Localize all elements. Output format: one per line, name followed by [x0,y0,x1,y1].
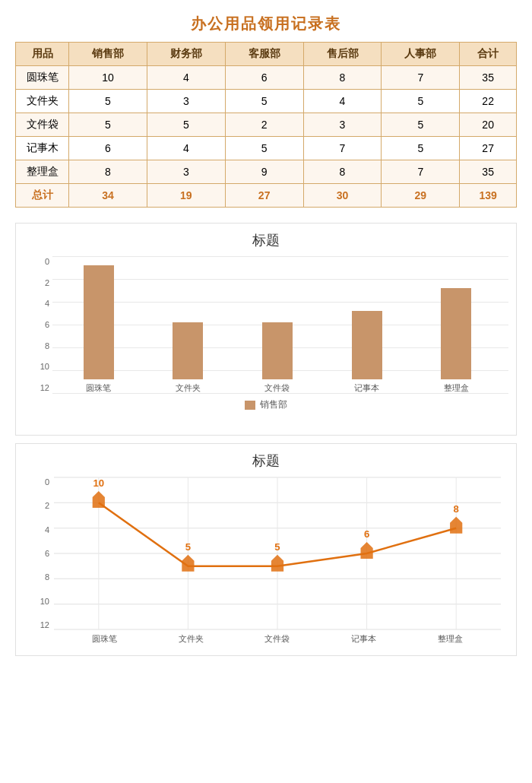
bar-group: 圆珠笔 [54,257,144,394]
svg-marker-12 [93,491,105,508]
table-body: 圆珠笔10468735文件夹5354522文件袋5523520记事木645752… [16,66,517,184]
bar [441,288,471,379]
svg-marker-14 [182,555,194,572]
table-cell-value: 5 [382,113,460,137]
legend-label: 销售部 [260,398,287,411]
bar-x-label: 整理盒 [444,382,469,394]
table-cell-value: 5 [69,113,147,137]
col-header-after: 售后部 [303,43,382,66]
footer-value: 27 [225,184,303,208]
line-chart-title: 标题 [24,452,508,470]
bar [84,265,114,379]
bar-chart-title: 标题 [24,231,508,249]
col-header-customer: 客服部 [225,43,303,66]
line-x-label-2: 文件夹 [148,633,235,645]
table-cell-value: 2 [225,113,303,137]
table-cell-item: 文件夹 [16,90,69,113]
bar-chart-area: 12 10 8 6 4 2 0 圆珠笔文件夹文件袋记事本整理盒 [24,257,508,424]
line-chart-wrapper: 12 10 8 6 4 2 0 [24,477,508,645]
bar-x-label: 圆珠笔 [86,382,111,394]
col-header-total: 合计 [460,43,517,66]
svg-marker-18 [360,542,372,559]
table-cell-value: 9 [225,160,303,184]
table-cell-value: 4 [303,90,382,113]
table-cell-item: 文件袋 [16,113,69,137]
table-cell-value: 5 [225,137,303,160]
table-cell-value: 6 [69,137,147,160]
bar-chart-section: 标题 12 10 8 6 4 2 0 圆珠笔文件夹 [15,223,517,436]
svg-marker-16 [271,555,283,572]
table-cell-value: 5 [69,90,147,113]
bar-group: 整理盒 [411,257,501,394]
line-x-label-3: 文件袋 [234,633,321,645]
table-header-row: 用品 销售部 财务部 客服部 售后部 人事部 合计 [16,43,517,66]
table-cell-item: 记事木 [16,137,69,160]
bar-group: 记事本 [322,257,412,394]
svg-text:6: 6 [364,528,369,540]
table-row: 文件夹5354522 [16,90,517,113]
svg-marker-20 [450,517,462,534]
bar [262,322,293,379]
table-cell-value: 35 [460,66,517,90]
table-row: 圆珠笔10468735 [16,66,517,90]
table-cell-value: 7 [303,137,382,160]
table-footer: 总计3419273029139 [16,184,517,208]
footer-label: 总计 [16,184,69,208]
table-row: 文件袋5523520 [16,113,517,137]
bar [352,311,382,379]
table-footer-row: 总计3419273029139 [16,184,517,208]
col-header-item: 用品 [16,43,69,66]
table-cell-value: 20 [460,113,517,137]
legend-color-box [245,401,255,410]
col-header-hr: 人事部 [382,43,460,66]
table-cell-value: 7 [382,66,460,90]
svg-text:8: 8 [454,503,459,515]
table-cell-value: 5 [382,90,460,113]
table-cell-value: 10 [69,66,147,90]
bar-x-label: 文件夹 [176,382,201,394]
line-x-labels: 圆珠笔 文件夹 文件袋 记事本 整理盒 [54,633,501,645]
line-x-label-5: 整理盒 [407,633,493,645]
table-row: 整理盒8398735 [16,160,517,184]
bar-group: 文件袋 [233,257,322,394]
bar-x-label: 文件袋 [264,382,290,394]
table-cell-value: 5 [382,137,460,160]
line-chart-svg: 10 5 5 6 8 [54,477,501,629]
bar-group: 文件夹 [144,257,233,394]
table-cell-value: 35 [460,160,517,184]
table-cell-value: 8 [69,160,147,184]
svg-text:5: 5 [274,541,280,553]
bar [173,322,203,379]
table-cell-value: 22 [460,90,517,113]
table-cell-item: 整理盒 [16,160,69,184]
line-chart-section: 标题 12 10 8 6 4 2 0 [15,443,517,656]
table-cell-value: 6 [225,66,303,90]
table-cell-item: 圆珠笔 [16,66,69,90]
table-cell-value: 3 [303,113,382,137]
table-cell-value: 7 [382,160,460,184]
footer-value: 30 [303,184,382,208]
table-cell-value: 27 [460,137,517,160]
table-cell-value: 3 [147,90,225,113]
line-y-axis: 12 10 8 6 4 2 0 [24,477,52,629]
svg-text:5: 5 [185,541,191,553]
table-cell-value: 8 [303,66,382,90]
table-title: 办公用品领用记录表 [15,14,517,34]
data-table: 用品 销售部 财务部 客服部 售后部 人事部 合计 圆珠笔10468735文件夹… [15,42,517,208]
footer-value: 19 [147,184,225,208]
line-x-label-1: 圆珠笔 [62,633,148,645]
line-x-label-4: 记事本 [321,633,407,645]
table-cell-value: 8 [303,160,382,184]
table-section: 办公用品领用记录表 用品 销售部 财务部 客服部 售后部 人事部 合计 圆珠笔1… [0,0,532,215]
footer-value: 139 [460,184,517,208]
table-row: 记事木6457527 [16,137,517,160]
table-cell-value: 4 [147,66,225,90]
col-header-finance: 财务部 [147,43,225,66]
bar-chart-legend: 销售部 [24,398,508,411]
table-cell-value: 5 [225,90,303,113]
footer-value: 34 [69,184,147,208]
svg-text:10: 10 [93,477,104,489]
col-header-sales: 销售部 [69,43,147,66]
table-cell-value: 5 [147,113,225,137]
bar-chart-container: 圆珠笔文件夹文件袋记事本整理盒 [24,257,508,394]
